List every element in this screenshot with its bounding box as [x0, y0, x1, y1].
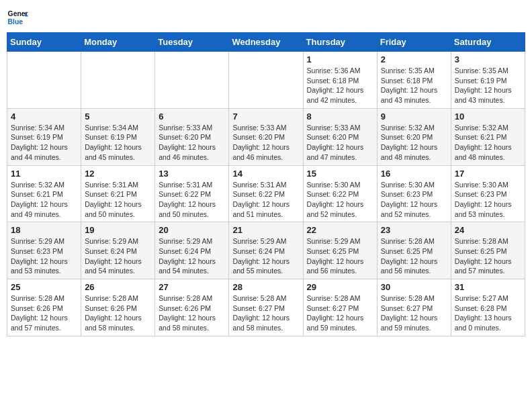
calendar-cell: 8Sunrise: 5:33 AM Sunset: 6:20 PM Daylig…	[303, 108, 377, 165]
day-number: 11	[11, 169, 77, 179]
calendar-week-4: 18Sunrise: 5:29 AM Sunset: 6:23 PM Dayli…	[7, 222, 525, 279]
day-info: Sunrise: 5:31 AM Sunset: 6:21 PM Dayligh…	[85, 180, 151, 220]
day-info: Sunrise: 5:32 AM Sunset: 6:21 PM Dayligh…	[455, 123, 521, 163]
day-info: Sunrise: 5:32 AM Sunset: 6:21 PM Dayligh…	[11, 180, 77, 220]
day-info: Sunrise: 5:28 AM Sunset: 6:27 PM Dayligh…	[381, 293, 447, 333]
calendar-week-2: 4Sunrise: 5:34 AM Sunset: 6:19 PM Daylig…	[7, 108, 525, 165]
calendar-cell: 3Sunrise: 5:35 AM Sunset: 6:19 PM Daylig…	[451, 52, 525, 109]
day-info: Sunrise: 5:29 AM Sunset: 6:24 PM Dayligh…	[159, 236, 225, 276]
day-number: 1	[307, 54, 373, 64]
day-number: 26	[85, 282, 151, 292]
day-number: 5	[85, 111, 151, 122]
day-number: 31	[455, 282, 521, 292]
day-info: Sunrise: 5:32 AM Sunset: 6:20 PM Dayligh…	[381, 123, 447, 163]
day-number: 29	[307, 282, 373, 292]
day-info: Sunrise: 5:28 AM Sunset: 6:26 PM Dayligh…	[85, 293, 151, 333]
calendar-week-1: 1Sunrise: 5:36 AM Sunset: 6:18 PM Daylig…	[7, 52, 525, 109]
day-number: 13	[159, 169, 225, 179]
calendar-cell: 27Sunrise: 5:28 AM Sunset: 6:26 PM Dayli…	[155, 279, 229, 336]
day-number: 10	[455, 111, 521, 122]
calendar-cell: 18Sunrise: 5:29 AM Sunset: 6:23 PM Dayli…	[7, 222, 81, 279]
day-number: 15	[307, 169, 373, 179]
calendar-cell: 28Sunrise: 5:28 AM Sunset: 6:27 PM Dayli…	[229, 279, 303, 336]
day-info: Sunrise: 5:29 AM Sunset: 6:23 PM Dayligh…	[11, 236, 77, 276]
day-info: Sunrise: 5:29 AM Sunset: 6:24 PM Dayligh…	[232, 236, 299, 276]
day-info: Sunrise: 5:28 AM Sunset: 6:26 PM Dayligh…	[11, 293, 77, 333]
calendar-cell: 30Sunrise: 5:28 AM Sunset: 6:27 PM Dayli…	[377, 279, 451, 336]
calendar-cell: 20Sunrise: 5:29 AM Sunset: 6:24 PM Dayli…	[155, 222, 229, 279]
calendar-cell: 31Sunrise: 5:27 AM Sunset: 6:28 PM Dayli…	[451, 279, 525, 336]
calendar-cell	[155, 52, 229, 109]
day-number: 30	[381, 282, 447, 292]
day-info: Sunrise: 5:27 AM Sunset: 6:28 PM Dayligh…	[455, 293, 521, 333]
calendar-cell: 26Sunrise: 5:28 AM Sunset: 6:26 PM Dayli…	[81, 279, 155, 336]
day-number: 17	[455, 169, 521, 179]
day-info: Sunrise: 5:28 AM Sunset: 6:25 PM Dayligh…	[455, 236, 521, 276]
calendar-cell: 25Sunrise: 5:28 AM Sunset: 6:26 PM Dayli…	[7, 279, 81, 336]
day-info: Sunrise: 5:33 AM Sunset: 6:20 PM Dayligh…	[307, 123, 373, 163]
calendar-cell: 1Sunrise: 5:36 AM Sunset: 6:18 PM Daylig…	[303, 52, 377, 109]
day-number: 8	[307, 111, 373, 122]
day-number: 19	[85, 225, 151, 235]
calendar-cell	[7, 52, 81, 109]
calendar-cell: 29Sunrise: 5:28 AM Sunset: 6:27 PM Dayli…	[303, 279, 377, 336]
weekday-header-sunday: Sunday	[7, 33, 81, 52]
day-info: Sunrise: 5:29 AM Sunset: 6:25 PM Dayligh…	[307, 236, 373, 276]
calendar-cell: 17Sunrise: 5:30 AM Sunset: 6:23 PM Dayli…	[451, 165, 525, 222]
calendar-cell: 4Sunrise: 5:34 AM Sunset: 6:19 PM Daylig…	[7, 108, 81, 165]
calendar-cell: 11Sunrise: 5:32 AM Sunset: 6:21 PM Dayli…	[7, 165, 81, 222]
calendar-header-row: SundayMondayTuesdayWednesdayThursdayFrid…	[7, 33, 525, 52]
logo: General Blue	[7, 7, 28, 28]
day-number: 3	[455, 54, 521, 64]
day-info: Sunrise: 5:36 AM Sunset: 6:18 PM Dayligh…	[307, 66, 373, 105]
day-number: 6	[159, 111, 225, 122]
day-info: Sunrise: 5:30 AM Sunset: 6:22 PM Dayligh…	[307, 180, 373, 220]
calendar-cell	[81, 52, 155, 109]
weekday-header-thursday: Thursday	[303, 33, 377, 52]
day-info: Sunrise: 5:28 AM Sunset: 6:25 PM Dayligh…	[381, 236, 447, 276]
day-info: Sunrise: 5:28 AM Sunset: 6:27 PM Dayligh…	[232, 293, 299, 333]
day-info: Sunrise: 5:31 AM Sunset: 6:22 PM Dayligh…	[232, 180, 299, 220]
day-number: 24	[455, 225, 521, 235]
day-info: Sunrise: 5:33 AM Sunset: 6:20 PM Dayligh…	[159, 123, 225, 163]
day-number: 4	[11, 111, 77, 122]
calendar-cell: 6Sunrise: 5:33 AM Sunset: 6:20 PM Daylig…	[155, 108, 229, 165]
calendar-week-5: 25Sunrise: 5:28 AM Sunset: 6:26 PM Dayli…	[7, 279, 525, 336]
day-number: 14	[232, 169, 299, 179]
day-number: 7	[232, 111, 299, 122]
calendar-cell: 19Sunrise: 5:29 AM Sunset: 6:24 PM Dayli…	[81, 222, 155, 279]
day-number: 12	[85, 169, 151, 179]
day-number: 16	[381, 169, 447, 179]
calendar-cell: 24Sunrise: 5:28 AM Sunset: 6:25 PM Dayli…	[451, 222, 525, 279]
weekday-header-friday: Friday	[377, 33, 451, 52]
calendar-cell: 14Sunrise: 5:31 AM Sunset: 6:22 PM Dayli…	[229, 165, 303, 222]
page-header: General Blue	[7, 7, 525, 28]
calendar-cell: 10Sunrise: 5:32 AM Sunset: 6:21 PM Dayli…	[451, 108, 525, 165]
day-info: Sunrise: 5:28 AM Sunset: 6:26 PM Dayligh…	[159, 293, 225, 333]
day-number: 22	[307, 225, 373, 235]
calendar-cell: 9Sunrise: 5:32 AM Sunset: 6:20 PM Daylig…	[377, 108, 451, 165]
calendar-cell: 23Sunrise: 5:28 AM Sunset: 6:25 PM Dayli…	[377, 222, 451, 279]
calendar-cell: 16Sunrise: 5:30 AM Sunset: 6:23 PM Dayli…	[377, 165, 451, 222]
calendar-cell: 21Sunrise: 5:29 AM Sunset: 6:24 PM Dayli…	[229, 222, 303, 279]
day-info: Sunrise: 5:35 AM Sunset: 6:18 PM Dayligh…	[381, 66, 447, 105]
calendar-cell: 22Sunrise: 5:29 AM Sunset: 6:25 PM Dayli…	[303, 222, 377, 279]
day-info: Sunrise: 5:34 AM Sunset: 6:19 PM Dayligh…	[11, 123, 77, 163]
day-number: 2	[381, 54, 447, 64]
day-info: Sunrise: 5:29 AM Sunset: 6:24 PM Dayligh…	[85, 236, 151, 276]
calendar-cell: 13Sunrise: 5:31 AM Sunset: 6:22 PM Dayli…	[155, 165, 229, 222]
calendar-week-3: 11Sunrise: 5:32 AM Sunset: 6:21 PM Dayli…	[7, 165, 525, 222]
day-number: 25	[11, 282, 77, 292]
weekday-header-saturday: Saturday	[451, 33, 525, 52]
day-number: 27	[159, 282, 225, 292]
svg-text:Blue: Blue	[8, 18, 24, 26]
day-info: Sunrise: 5:33 AM Sunset: 6:20 PM Dayligh…	[232, 123, 299, 163]
day-info: Sunrise: 5:28 AM Sunset: 6:27 PM Dayligh…	[307, 293, 373, 333]
calendar-cell: 7Sunrise: 5:33 AM Sunset: 6:20 PM Daylig…	[229, 108, 303, 165]
day-number: 21	[232, 225, 299, 235]
day-info: Sunrise: 5:30 AM Sunset: 6:23 PM Dayligh…	[455, 180, 521, 220]
calendar-table: SundayMondayTuesdayWednesdayThursdayFrid…	[7, 32, 525, 336]
weekday-header-wednesday: Wednesday	[229, 33, 303, 52]
day-info: Sunrise: 5:30 AM Sunset: 6:23 PM Dayligh…	[381, 180, 447, 220]
day-number: 18	[11, 225, 77, 235]
